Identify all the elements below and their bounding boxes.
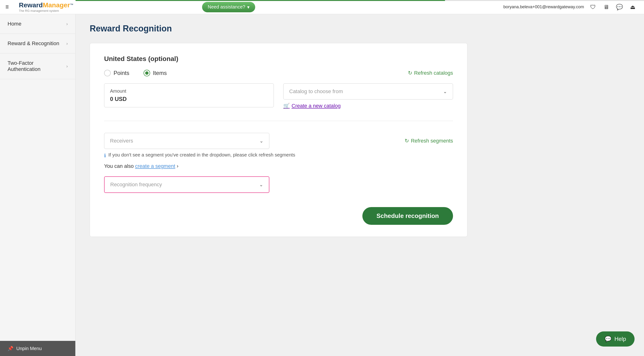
progress-bar [76,0,644,1]
sidebar-reward-label: Reward & Recognition [8,40,59,47]
hamburger-icon: ☰ [6,5,9,9]
recognition-frequency-dropdown[interactable]: Recognition frequency ⌄ [104,176,269,193]
refresh-segments-label: Refresh segments [411,138,453,144]
unpin-menu-button[interactable]: 📌 Unpin Menu [0,341,75,356]
receivers-header: Receivers ⌄ ↻ Refresh segments [104,133,453,149]
logo-manager-text: Manager [43,2,70,9]
receivers-dropdown[interactable]: Receivers ⌄ [104,133,269,149]
sidebar-item-home[interactable]: Home › [0,14,75,34]
hamburger-menu[interactable]: ☰ [0,0,14,14]
sidebar-home-chevron: › [66,22,68,27]
catalog-placeholder: Catalog to choose from [289,88,343,95]
schedule-btn-row: Schedule recognition [104,207,453,225]
monitor-icon[interactable]: 🖥 [602,3,610,11]
items-radio[interactable] [144,70,150,76]
main-card: United States (optional) Points Items ↻ … [90,43,468,237]
sidebar-item-two-factor[interactable]: Two-Factor Authentication › [0,53,75,79]
refresh-catalogs-icon: ↻ [408,70,412,76]
logout-icon[interactable]: ⏏ [628,3,637,11]
frequency-chevron: ⌄ [259,182,263,188]
topnav-center: Need assistance? ▾ [202,2,255,12]
pin-icon: 📌 [8,345,14,351]
sidebar: Home › Reward & Recognition › Two-Factor… [0,14,76,356]
page-title: Reward Recognition [90,24,630,34]
info-icon: ℹ [104,153,106,158]
sidebar-twofactor-label: Two-Factor Authentication [8,60,66,72]
need-assistance-chevron: ▾ [247,4,250,10]
user-email: boryana.beleva+001@rewardgateway.com [503,5,584,10]
catalog-dropdown[interactable]: Catalog to choose from ⌄ [283,83,453,100]
help-label: Help [614,336,626,342]
reward-type-options: Points Items ↻ Refresh catalogs [104,70,453,76]
app-logo: RewardManager™ The RG management system [14,2,78,13]
create-segment-prefix: You can also [104,163,135,169]
section-title-us: United States (optional) [104,55,453,63]
shield-icon[interactable]: 🛡 [589,3,597,11]
points-option[interactable]: Points [104,70,129,76]
sidebar-item-reward-recognition[interactable]: Reward & Recognition › [0,34,75,53]
points-radio[interactable] [104,70,111,76]
amount-value: 0 USD [110,96,268,102]
create-segment-suffix: › [175,163,178,169]
refresh-segments-icon: ↻ [404,138,409,144]
top-navigation: ☰ RewardManager™ The RG management syste… [0,0,644,14]
amount-label: Amount [110,88,268,94]
points-label: Points [114,70,129,76]
sidebar-home-label: Home [8,21,22,27]
refresh-catalogs-link[interactable]: ↻ Refresh catalogs [408,70,453,76]
logo-subtitle: The RG management system [19,9,73,13]
amount-column: Amount 0 USD [104,83,274,107]
logo-reward-text: Reward [19,2,43,9]
amount-box: Amount 0 USD [104,83,274,107]
create-segment-row: You can also create a segment › [104,163,453,169]
schedule-btn-label: Schedule recognition [376,212,439,219]
receivers-placeholder: Receivers [110,138,133,144]
chat-notifications-icon[interactable]: 💬 [615,3,624,11]
create-segment-link[interactable]: create a segment [135,163,175,169]
catalog-column: Catalog to choose from ⌄ 🛒 Create a new … [283,83,453,109]
refresh-catalogs-label: Refresh catalogs [414,70,453,76]
cart-icon: 🛒 [283,103,290,109]
unpin-label: Unpin Menu [16,346,42,351]
main-content: Reward Recognition United States (option… [76,14,644,356]
schedule-recognition-button[interactable]: Schedule recognition [362,207,453,225]
items-label: Items [153,70,167,76]
refresh-segments-link[interactable]: ↻ Refresh segments [404,138,453,144]
topnav-right: boryana.beleva+001@rewardgateway.com 🛡 🖥… [503,3,644,11]
need-assistance-label: Need assistance? [208,4,245,10]
frequency-placeholder: Recognition frequency [110,182,162,188]
catalog-chevron: ⌄ [443,89,447,94]
create-catalog-label: Create a new catalog [292,103,341,109]
amount-catalog-row: Amount 0 USD Catalog to choose from ⌄ 🛒 … [104,83,453,109]
divider-1 [104,121,453,121]
help-icon: 💬 [604,336,612,342]
receivers-info-text: ℹ If you don't see a segment you've crea… [104,152,453,158]
sidebar-twofactor-chevron: › [66,64,68,69]
progress-fill [76,0,445,1]
sidebar-reward-chevron: › [66,41,68,46]
receivers-info-message: If you don't see a segment you've create… [108,152,295,158]
create-segment-link-text: create a segment [135,163,175,169]
logo-tm-text: ™ [70,3,73,7]
help-button[interactable]: 💬 Help [596,331,634,346]
need-assistance-button[interactable]: Need assistance? ▾ [202,2,255,12]
receivers-chevron: ⌄ [260,138,264,144]
create-catalog-link[interactable]: 🛒 Create a new catalog [283,103,453,109]
items-option[interactable]: Items [144,70,167,76]
